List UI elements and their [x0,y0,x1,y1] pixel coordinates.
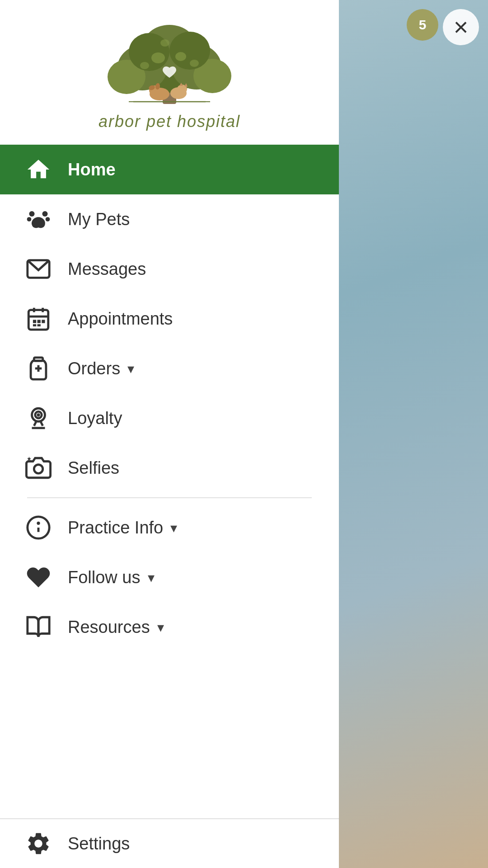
svg-point-8 [129,33,169,71]
svg-point-10 [151,52,165,63]
nav-label-messages: Messages [68,259,146,279]
nav-item-loyalty[interactable]: Loyalty [0,393,339,443]
nav-divider [27,497,312,498]
practice-info-chevron-icon: ▾ [170,520,177,536]
svg-rect-34 [38,320,41,323]
notification-area: 5 [407,9,438,41]
nav-label-home: Home [68,160,116,179]
nav-item-my-pets[interactable]: My Pets [0,194,339,244]
nav-item-home[interactable]: Home [0,145,339,194]
gear-icon [23,828,54,859]
logo-area: arbor pet hospital [0,0,339,145]
notification-badge[interactable]: 5 [407,9,438,41]
svg-point-45 [34,465,42,473]
svg-point-26 [27,217,32,222]
calendar-icon [23,303,54,335]
nav-label-resources: Resources [68,618,150,637]
book-icon [23,611,54,643]
nav-item-settings[interactable]: Settings [0,818,339,868]
svg-point-13 [140,62,149,69]
svg-point-24 [29,211,34,217]
nav-label-practice-info: Practice Info [68,518,163,538]
nav-item-practice-info[interactable]: Practice Info ▾ [0,503,339,552]
svg-rect-36 [33,324,36,326]
loyalty-icon [23,402,54,434]
heart-icon [23,561,54,593]
notification-count: 5 [419,17,427,33]
follow-us-chevron-icon: ▾ [148,570,155,585]
logo-container: arbor pet hospital [93,18,246,131]
svg-point-25 [42,211,47,217]
svg-point-27 [46,217,50,222]
nav-item-messages[interactable]: Messages [0,244,339,294]
tree-logo-icon [93,18,246,108]
nav-label-selfies: Selfies [68,458,119,478]
svg-point-12 [160,39,169,47]
nav-item-selfies[interactable]: Selfies [0,443,339,493]
nav-label-appointments: Appointments [68,309,173,329]
nav-item-appointments[interactable]: Appointments [0,294,339,344]
paw-icon [23,203,54,235]
svg-marker-46 [27,457,31,461]
home-icon [23,154,54,185]
orders-chevron-icon: ▾ [127,361,134,377]
svg-point-44 [37,413,40,416]
svg-point-11 [175,52,186,61]
info-icon [23,512,54,543]
svg-rect-35 [42,320,45,323]
nav-label-settings: Settings [68,834,130,854]
nav-item-follow-us[interactable]: Follow us ▾ [0,552,339,602]
nav-label-loyalty: Loyalty [68,409,122,428]
app-title: arbor pet hospital [99,112,240,131]
mail-icon [23,253,54,285]
nav-item-orders[interactable]: Orders ▾ [0,344,339,393]
close-icon: × [454,14,469,40]
bottle-icon [23,353,54,384]
svg-rect-33 [33,320,36,323]
svg-point-14 [190,60,199,67]
nav-label-orders: Orders [68,359,120,378]
close-button[interactable]: × [443,9,479,45]
resources-chevron-icon: ▾ [157,619,164,635]
camera-icon [23,452,54,484]
nav-label-follow-us: Follow us [68,568,141,587]
nav-label-my-pets: My Pets [68,210,130,229]
svg-rect-37 [38,324,41,326]
nav-item-resources[interactable]: Resources ▾ [0,602,339,652]
svg-point-9 [169,32,210,70]
navigation-drawer: arbor pet hospital Home My Pets [0,0,339,868]
